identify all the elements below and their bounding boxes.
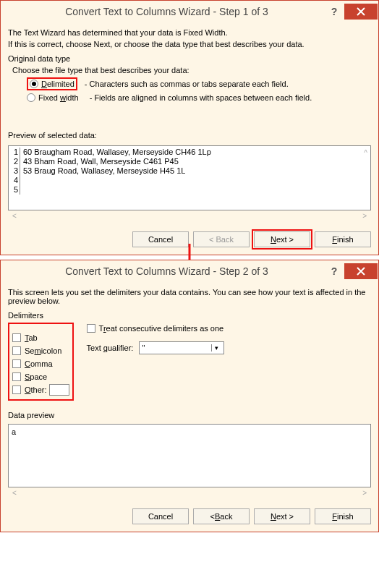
titlebar: Convert Text to Columns Wizard - Step 1 … bbox=[1, 1, 378, 22]
other-input[interactable] bbox=[49, 384, 69, 396]
cancel-button[interactable]: Cancel bbox=[132, 508, 189, 524]
chk-other-label[interactable]: Other: bbox=[25, 385, 47, 394]
radio-fixed-label[interactable]: Fixed width bbox=[38, 93, 79, 102]
cancel-button[interactable]: Cancel bbox=[132, 231, 189, 247]
radio-delimited-desc: - Characters such as commas or tabs sepa… bbox=[85, 80, 289, 88]
intro-line2: If this is correct, choose Next, or choo… bbox=[8, 40, 371, 48]
text-qualifier-select[interactable]: " ▾ bbox=[139, 341, 224, 354]
chk-tab[interactable] bbox=[12, 333, 21, 342]
radio-delimited[interactable] bbox=[30, 80, 38, 88]
titlebar: Convert Text to Columns Wizard - Step 2 … bbox=[1, 260, 378, 282]
wizard-step1-dialog: Convert Text to Columns Wizard - Step 1 … bbox=[0, 0, 379, 255]
preview-row bbox=[20, 176, 23, 185]
chk-other[interactable] bbox=[12, 385, 21, 394]
text-qualifier-label: Text qualifier: bbox=[87, 344, 134, 352]
chk-space[interactable] bbox=[12, 372, 21, 381]
radio-delimited-label[interactable]: Delimited bbox=[41, 80, 74, 88]
chk-consecutive-label[interactable]: Treat consecutive delimiters as one bbox=[99, 324, 224, 333]
chk-consecutive[interactable] bbox=[87, 324, 95, 333]
help-icon[interactable]: ? bbox=[324, 6, 344, 17]
close-icon[interactable] bbox=[344, 263, 378, 279]
radio-fixed[interactable] bbox=[27, 93, 35, 102]
intro: This screen lets you set the delimiters … bbox=[8, 288, 371, 305]
preview-label: Preview of selected data: bbox=[8, 131, 371, 140]
intro-line1: The Text Wizard has determined that your… bbox=[8, 28, 371, 37]
chk-tab-label[interactable]: Tab bbox=[25, 333, 38, 342]
data-preview-label: Data preview bbox=[8, 411, 371, 419]
back-button[interactable]: < Back bbox=[193, 508, 250, 524]
close-icon[interactable] bbox=[344, 4, 378, 20]
title: Convert Text to Columns Wizard - Step 2 … bbox=[9, 265, 324, 277]
hscroll[interactable]: <> bbox=[8, 210, 371, 221]
preview-row: 43 Bham Road, Wall, Merseyside C461 P45 bbox=[20, 157, 179, 166]
preview-box: ^ 160 Braugham Road, Wallasey, Merseysid… bbox=[8, 145, 371, 210]
data-preview-box: a bbox=[8, 424, 371, 487]
chk-semicolon-label[interactable]: Semicolon bbox=[25, 346, 61, 355]
group-label: Original data type bbox=[8, 54, 371, 63]
hscroll[interactable]: <> bbox=[8, 487, 371, 498]
scroll-up-icon[interactable]: ^ bbox=[364, 149, 367, 157]
next-button[interactable]: Next > bbox=[254, 508, 310, 524]
preview-row bbox=[20, 185, 23, 195]
preview-row: 53 Braug Road, Wallasey, Merseyside H45 … bbox=[20, 166, 185, 176]
data-preview-content: a bbox=[12, 427, 367, 436]
finish-button[interactable]: Finish bbox=[315, 231, 371, 247]
delimiters-label: Delimiters bbox=[8, 311, 371, 320]
text-qualifier-value: " bbox=[142, 344, 145, 352]
chk-comma[interactable] bbox=[12, 359, 21, 368]
radio-fixed-desc: - Fields are aligned in columns with spa… bbox=[90, 93, 312, 102]
chk-semicolon[interactable] bbox=[12, 346, 21, 355]
chevron-down-icon[interactable]: ▾ bbox=[211, 344, 221, 351]
finish-button[interactable]: Finish bbox=[315, 508, 371, 524]
choose-label: Choose the file type that best describes… bbox=[12, 66, 371, 74]
back-button: < Back bbox=[193, 231, 250, 247]
wizard-step2-dialog: Convert Text to Columns Wizard - Step 2 … bbox=[0, 260, 379, 532]
preview-row: 60 Braugham Road, Wallasey, Merseyside C… bbox=[20, 148, 211, 157]
title: Convert Text to Columns Wizard - Step 1 … bbox=[9, 6, 324, 17]
chk-comma-label[interactable]: Comma bbox=[25, 359, 53, 368]
next-button[interactable]: Next > bbox=[254, 231, 310, 247]
help-icon[interactable]: ? bbox=[324, 265, 344, 277]
chk-space-label[interactable]: Space bbox=[25, 372, 47, 381]
